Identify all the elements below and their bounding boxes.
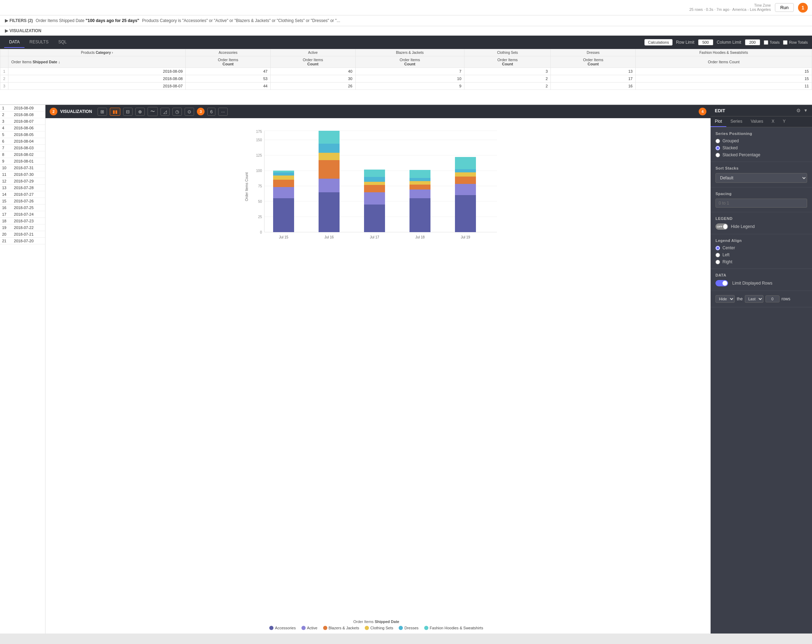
filters-toggle[interactable]: ▶ FILTERS (2)	[5, 18, 33, 23]
filter-btn[interactable]: ⊟	[123, 108, 133, 116]
bar-jul19-dresses	[455, 169, 476, 172]
date-row-num: 11	[0, 171, 12, 178]
viz-area: 2 VISUALIZATION ⊞ ▮▮ ⊟ ⊕ 〜 ◿ ◷ ⊙ 3 6 ···…	[46, 105, 711, 633]
date-cell: 2018-07-28	[12, 185, 45, 191]
date-row-num: 21	[0, 238, 12, 244]
totals-checkbox[interactable]	[764, 40, 768, 45]
top-bar-meta: 25 rows · 0.3s · 7m ago · America - Los …	[689, 7, 771, 12]
radio-left[interactable]: Left	[716, 252, 807, 257]
date-row: 32018-08-07	[0, 118, 45, 125]
sort-stacks-section: Sort Stacks Default	[711, 162, 812, 188]
legend-section: LEGEND OFF Hide Legend	[711, 212, 812, 234]
tab-data[interactable]: DATA	[4, 37, 24, 48]
date-row: 92018-08-01	[0, 158, 45, 165]
date-row-num: 1	[0, 105, 12, 111]
radio-stacked[interactable]: Stacked	[716, 145, 807, 150]
row-totals-checkbox[interactable]	[783, 40, 788, 45]
radio-grouped-input[interactable]	[716, 139, 720, 143]
scatter-btn[interactable]: ⊕	[135, 108, 145, 116]
val-3-1: 44	[186, 82, 271, 90]
sub-clothing: Order ItemsCount	[464, 56, 551, 68]
date-cell: 2018-07-27	[12, 191, 45, 198]
the-label: the	[737, 296, 743, 301]
chart-container: Order Items Count 0 25 50 75	[46, 118, 711, 633]
bar-jul17-blazers	[364, 185, 385, 192]
radio-right-input[interactable]	[716, 260, 720, 264]
edit-tab-x[interactable]: X	[768, 116, 779, 127]
map-btn[interactable]: ⊙	[185, 108, 194, 116]
number-btn[interactable]: 6	[208, 108, 215, 116]
edit-tab-y[interactable]: Y	[779, 116, 790, 127]
bar-chart-btn[interactable]: ▮▮	[110, 108, 120, 116]
chart-x-label: Order Items Shipped Date	[49, 620, 704, 624]
spacing-input[interactable]	[716, 198, 807, 208]
legend-label-fashion: Fashion Hoodies & Sweatshirts	[430, 626, 483, 630]
legend-label-dresses: Dresses	[404, 626, 418, 630]
val-3-2: 26	[270, 82, 355, 90]
clock-btn[interactable]: ◷	[172, 108, 182, 116]
line-btn[interactable]: 〜	[148, 107, 158, 116]
row-totals-checkbox-label[interactable]: Row Totals	[783, 40, 808, 45]
calculations-button[interactable]: Calculations	[644, 39, 673, 46]
data-section: DATA Limit Displayed Rows	[711, 269, 812, 291]
date-row-num: 3	[0, 118, 12, 125]
radio-grouped[interactable]: Grouped	[716, 139, 807, 143]
hide-select[interactable]: Hide	[716, 295, 735, 303]
radio-center-input[interactable]	[716, 246, 720, 250]
edit-tab-series[interactable]: Series	[727, 116, 746, 127]
date-row-num: 5	[0, 131, 12, 138]
svg-text:Order Items Count: Order Items Count	[245, 172, 249, 201]
left-label: Left	[722, 252, 730, 257]
date-row: 202018-07-21	[0, 231, 45, 238]
date-cell: 2018-07-31	[12, 165, 45, 171]
edit-tab-values[interactable]: Values	[746, 116, 768, 127]
tab-results[interactable]: RESULTS	[24, 37, 53, 48]
table-view-btn[interactable]: ⊞	[98, 108, 107, 116]
val-1-3: 7	[355, 68, 464, 75]
triangle-icon-2: ▶	[5, 28, 8, 33]
limit-rows-toggle-on[interactable]	[716, 280, 728, 286]
area-btn[interactable]: ◿	[160, 108, 169, 116]
limit-rows-toggle-row: Limit Displayed Rows	[716, 280, 807, 286]
bar-jul16-clothing	[319, 153, 340, 160]
last-select[interactable]: Last	[745, 295, 763, 303]
run-button[interactable]: Run	[775, 3, 794, 12]
radio-stacked-pct[interactable]: Stacked Percentage	[716, 153, 807, 157]
val-1-1: 47	[186, 68, 271, 75]
legend-dresses: Dresses	[399, 626, 418, 630]
more-btn[interactable]: ···	[218, 108, 227, 116]
gear-icon[interactable]: ⚙	[796, 108, 801, 113]
svg-text:125: 125	[256, 154, 262, 157]
bar-jul19-active	[455, 184, 476, 195]
svg-text:0: 0	[260, 230, 262, 234]
date-row: 212018-07-20	[0, 238, 45, 244]
date-row-num: 9	[0, 158, 12, 165]
date-row-num: 16	[0, 204, 12, 211]
sort-stacks-select[interactable]: Default	[716, 173, 807, 183]
val-3-3: 9	[355, 82, 464, 90]
radio-center[interactable]: Center	[716, 246, 807, 250]
radio-stacked-input[interactable]	[716, 146, 720, 150]
bar-jul16-dresses	[319, 144, 340, 153]
chevron-down-icon[interactable]: ▼	[804, 108, 808, 113]
col-limit-label: Column Limit	[717, 40, 741, 45]
radio-left-input[interactable]	[716, 253, 720, 257]
date-table: 12018-08-0922018-08-0832018-08-0742018-0…	[0, 105, 45, 244]
legend-toggle-off[interactable]: OFF	[716, 223, 728, 230]
spacing-title: Spacing	[716, 192, 807, 196]
radio-stacked-pct-input[interactable]	[716, 153, 720, 157]
bar-jul15-fashion	[273, 171, 294, 172]
tab-sql[interactable]: SQL	[53, 37, 72, 48]
bar-jul17-accessories	[364, 204, 385, 232]
legend-label-active: Active	[307, 626, 317, 630]
date-cell: 2018-07-25	[12, 204, 45, 211]
radio-right[interactable]: Right	[716, 259, 807, 264]
toggle-knob-on	[722, 281, 727, 285]
edit-tab-plot[interactable]: Plot	[711, 116, 727, 127]
rows-count-input[interactable]	[766, 295, 780, 302]
totals-checkbox-label[interactable]: Totals	[764, 40, 780, 45]
row-limit-input[interactable]	[698, 39, 713, 46]
col-limit-input[interactable]	[745, 39, 760, 46]
viz-toggle[interactable]: ▶ VISUALIZATION	[5, 28, 41, 33]
date-3: 2018-08-07	[8, 82, 186, 90]
